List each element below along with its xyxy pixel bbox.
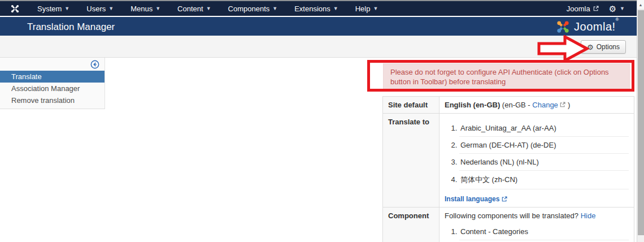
target-languages-list: Arabic_Unitag_ar_AA (ar-AA) German (DE-C… <box>445 120 629 189</box>
menu-help-label: Help <box>355 5 371 13</box>
component-value: Following components will be translated?… <box>440 208 634 242</box>
sidebar-item-association-manager[interactable]: Association Manager <box>0 83 105 94</box>
menu-extensions-label: Extensions <box>294 5 330 13</box>
joomla-menubar-icon[interactable] <box>0 4 29 14</box>
menu-menus-label: Menus <box>130 5 153 13</box>
options-gear-icon: ⚙ <box>587 44 594 51</box>
language-list-item: German (DE-CH-AT) (de-DE) <box>459 137 629 154</box>
caret-down-icon: ▼ <box>206 6 211 11</box>
site-default-value: English (en-GB) (en-GB - Change ) <box>440 97 634 114</box>
table-row-translate-to: Translate to Arabic_Unitag_ar_AA (ar-AA)… <box>383 114 634 208</box>
caret-down-icon: ▼ <box>620 6 625 11</box>
scrollbar-thumb[interactable] <box>638 10 644 235</box>
menu-content[interactable]: Content ▼ <box>169 1 219 16</box>
view-site-link[interactable]: Joomla <box>567 5 599 13</box>
sidebar-item-remove-translation[interactable]: Remove translation <box>0 94 105 106</box>
language-list-item: Nederlands (NL) (nl-NL) <box>459 154 629 171</box>
caret-down-icon: ▼ <box>373 6 378 11</box>
hide-components-link[interactable]: Hide <box>581 211 596 220</box>
component-label: Component <box>383 208 440 242</box>
external-link-icon <box>593 6 599 11</box>
language-list-item: Arabic_Unitag_ar_AA (ar-AA) <box>459 120 629 137</box>
joomla-logo-text: Joomla!® <box>574 20 619 33</box>
caret-down-icon: ▼ <box>155 6 160 11</box>
site-default-label: Site default <box>383 97 440 114</box>
menu-components[interactable]: Components ▼ <box>220 1 286 16</box>
registered-mark: ® <box>616 17 619 22</box>
scroll-up-button[interactable]: ▲ <box>637 0 644 10</box>
install-languages-label: Install languages <box>445 195 499 203</box>
external-link-icon <box>560 102 565 107</box>
menu-help[interactable]: Help ▼ <box>347 1 387 16</box>
table-row-component: Component Following components will be t… <box>383 208 634 242</box>
admin-menubar: System ▼ Users ▼ Menus ▼ Content ▼ Compo… <box>0 0 644 16</box>
install-languages-link[interactable]: Install languages <box>445 195 507 203</box>
translation-settings-table: Site default English (en-GB) (en-GB - Ch… <box>382 96 634 242</box>
sidebar-item-translate[interactable]: Translate <box>0 71 105 83</box>
toolbar: ⚙ Options <box>0 36 644 58</box>
caret-down-icon: ▼ <box>333 6 338 11</box>
menu-extensions[interactable]: Extensions ▼ <box>286 1 347 16</box>
language-list-item: 简体中文 (zh-CN) <box>459 171 629 189</box>
menu-components-label: Components <box>228 5 270 13</box>
gear-icon: ⚙ <box>609 5 616 13</box>
menu-system[interactable]: System ▼ <box>29 1 78 16</box>
page-title: Translation Manager <box>27 21 115 33</box>
collapse-sidebar-icon[interactable] <box>90 60 99 69</box>
joomla-x-icon <box>10 4 20 14</box>
submenu-sidebar: Translate Association Manager Remove tra… <box>0 58 105 109</box>
vertical-scrollbar[interactable]: ▲ <box>637 0 644 242</box>
options-button[interactable]: ⚙ Options <box>581 40 626 54</box>
user-settings-menu[interactable]: ⚙ ▼ <box>609 5 625 13</box>
menu-system-label: System <box>37 5 62 13</box>
table-row-site-default: Site default English (en-GB) (en-GB - Ch… <box>383 97 634 114</box>
translate-to-value: Arabic_Unitag_ar_AA (ar-AA) German (DE-C… <box>440 114 634 208</box>
default-language-value: English (en-GB) <box>445 101 500 109</box>
view-site-label: Joomla <box>567 5 590 13</box>
component-list-item: Content - Categories <box>459 223 629 240</box>
caret-down-icon: ▼ <box>272 6 277 11</box>
menu-menus[interactable]: Menus ▼ <box>122 1 169 16</box>
default-language-code: (en-GB - <box>502 101 532 109</box>
options-button-label: Options <box>597 43 620 51</box>
external-link-icon <box>502 196 507 202</box>
caret-down-icon: ▼ <box>64 6 69 11</box>
components-list: Content - Categories Banners <box>445 223 629 242</box>
page-header: Translation Manager Joomla!® <box>0 17 644 36</box>
component-intro-text: Following components will be translated? <box>445 211 581 220</box>
translate-to-label: Translate to <box>383 114 440 208</box>
menu-content-label: Content <box>177 5 203 13</box>
joomla-logo: Joomla!® <box>555 19 619 34</box>
default-language-close-paren: ) <box>568 101 570 109</box>
caret-down-icon: ▼ <box>108 6 114 11</box>
menu-users[interactable]: Users ▼ <box>78 1 122 16</box>
menu-users-label: Users <box>86 5 106 13</box>
api-authenticate-warning: Please do not forget to configure API Au… <box>383 63 630 90</box>
change-language-link[interactable]: Change <box>532 101 558 109</box>
joomla-logo-icon <box>555 19 571 34</box>
